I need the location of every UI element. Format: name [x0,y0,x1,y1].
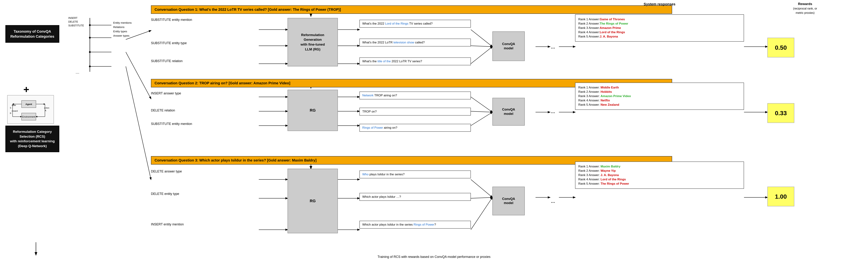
entity-labels: Entity mentionsRelationsEntity typesAnsw… [113,21,132,38]
q3-reward: 1.00 [767,187,794,207]
q3-r2: Rank 2 Answer: Wayne Yip [578,169,741,173]
q1-op1: SUBSTITUTE entity mention [151,18,192,22]
q2-variant2: TROP on? [360,108,471,116]
rewards-header: Rewards(reciprocal rank, ormetric proxie… [767,2,843,15]
svg-line-11 [126,66,151,180]
q3-ellipsis: … [551,199,555,204]
q1-r2: Rank 2 Answer:The Rings of Power [578,22,741,26]
q1-r3: Rank 3 Answer:Amazon Prime [578,26,741,30]
q1-reward: 0.50 [767,38,794,58]
q1-variant1: What's the 2022 Lord of the Rings TV ser… [360,20,471,28]
svg-line-43 [471,197,492,198]
q3-r3: Rank 3 Answer: J. A. Bayona [578,173,741,177]
q1-r5: Rank 5 Answer:J. A. Bayona [578,35,741,38]
q2-variant3: Rings of Power airing on? [360,124,471,132]
svg-line-19 [471,46,492,47]
q3-op2: DELETE entity type [151,192,179,196]
q2-r2: Rank 2 Answer: Hobbits [578,90,741,94]
q2-variant1: Network TROP airing on? [360,91,471,100]
q1-r1: Rank 1 Answer:Game of Thrones [578,17,741,21]
q3-rg-box: RG [287,169,338,233]
svg-line-18 [471,30,492,47]
rl-diagram: Agent Environment state S reward R actio… [7,95,54,124]
q3-convqa: ConvQAmodel [492,187,525,215]
q2-r4: Rank 4 Answer: Netflix [578,99,741,102]
q3-op1: DELETE answer type [151,170,182,173]
ellipsis: … [75,70,80,75]
svg-text:Agent: Agent [26,103,32,106]
q2-ellipsis: … [551,109,555,114]
svg-text:S: S [10,107,11,109]
q1-responses-box: Rank 1 Answer:Game of Thrones Rank 2 Ans… [575,14,744,42]
q2-op2: DELETE relation [151,109,175,112]
q1-convqa: ConvQAmodel [492,31,525,61]
system-responses-header: System responses [575,2,744,6]
q3-op3: INSERT entity mention [151,223,184,226]
svg-line-32 [471,112,492,125]
svg-point-5 [89,24,91,26]
rcs-title: Reformulation CategorySelection (RCS)wit… [5,125,59,152]
svg-point-8 [89,66,91,67]
bottom-label: Training of RCS with rewards based on Co… [0,255,868,259]
diagram-container: Taxonomy of ConvQA Reformulation Categor… [0,0,868,262]
q1-bar: Conversation Question 1: What's the 2022… [151,5,672,14]
q2-r1: Rank 1 Answer: Middle Earth [578,86,741,89]
q1-op2: SUBSTITUTE entity type [151,41,187,45]
svg-text:A: A [45,109,46,112]
q1-op3: SUBSTITUTE relation [151,59,183,63]
q2-op3: SUBSTITUTE entity mention [151,122,192,126]
q2-responses-box: Rank 1 Answer: Middle Earth Rank 2 Answe… [575,82,744,110]
q2-convqa: ConvQAmodel [492,98,525,125]
q3-r5: Rank 5 Answer: The Rings of Power [578,182,741,186]
rcs-box: Reformulation CategorySelection (RCS)wit… [5,125,59,152]
q2-r5: Rank 5 Answer: New Zealand [578,103,741,107]
q2-reward: 0.33 [767,103,794,123]
plus-sign: + [23,84,29,95]
taxonomy-title: Taxonomy of ConvQA Reformulation Categor… [5,25,59,43]
svg-line-42 [471,180,492,197]
q2-op1: INSERT answer type [151,91,181,95]
svg-point-7 [89,51,91,53]
q2-r3: Rank 3 Answer: Amazon Prime Video [578,95,741,98]
svg-point-6 [89,37,91,39]
taxonomy-box: Taxonomy of ConvQA Reformulation Categor… [5,25,59,43]
svg-text:Environment: Environment [22,115,35,118]
svg-line-31 [471,111,492,112]
svg-text:state: state [12,104,16,106]
svg-line-10 [126,52,151,99]
q3-variant2: Which actor plays Isildur …? [360,193,471,201]
svg-line-44 [471,197,492,230]
q2-rg-box: RG [287,90,338,131]
q1-variant2: What's the 2022 LoTR television show cal… [360,39,471,46]
q1-r4: Rank 4 Answer:Lord of the Rings [578,31,741,34]
q1-ellipsis: … [551,44,555,49]
q1-rg-box: ReformulationGenerationwith fine-tunedLL… [287,18,338,66]
q1-variant3: What's the title of the 2022 LoTR TV ser… [360,58,471,65]
svg-text:R: R [10,112,11,114]
svg-line-30 [471,97,492,112]
svg-line-20 [471,47,492,64]
q3-variant3: Which actor plays Isildur in the series … [360,221,471,229]
insert-delete-label: INSERTDELETESUBSTITUTE [68,16,84,28]
q3-r4: Rank 4 Answer: Lord of the Rings [578,178,741,181]
q3-responses-box: Rank 1 Answer: Maxim Baldry Rank 2 Answe… [575,161,744,189]
q3-r1: Rank 1 Answer: Maxim Baldry [578,165,741,168]
q3-variant1: Who plays Isildur in the series? [360,171,471,178]
